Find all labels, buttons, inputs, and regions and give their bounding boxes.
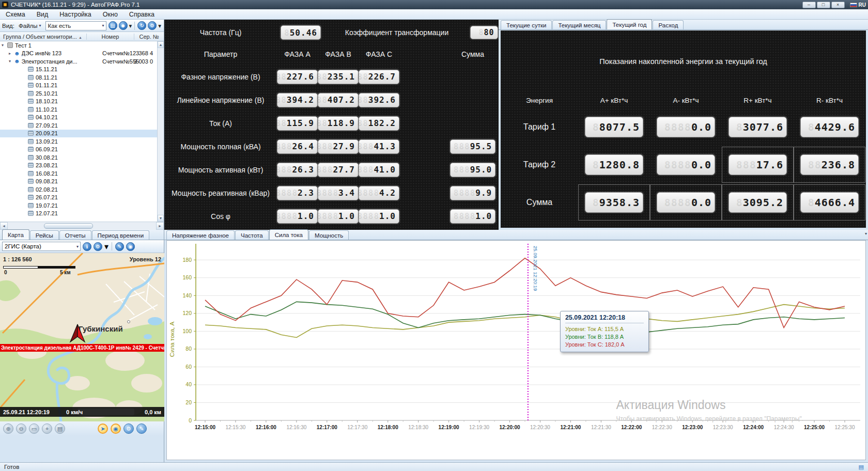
meter-display: 88394.2 (277, 93, 318, 107)
date-row[interactable]: 12.07.21 (0, 210, 157, 218)
more-icon[interactable]: ▾ (129, 22, 132, 29)
date-row[interactable]: 04.10.21 (0, 114, 157, 122)
info-icon[interactable]: ℹ (83, 242, 91, 251)
tab-Частота[interactable]: Частота (235, 230, 269, 240)
current-chart[interactable]: 020406080100120140160180Сила тока, А12:1… (166, 240, 866, 460)
database-icon (28, 171, 34, 176)
zoom-in-icon[interactable]: ⊕ (3, 423, 13, 434)
date-row[interactable]: 08.11.21 (0, 73, 157, 82)
energy-column-header: R- кВт*ч (794, 97, 865, 104)
center-icon[interactable]: ⌖ (42, 423, 52, 434)
date-row[interactable]: 15.11.21 (0, 66, 157, 74)
tab-Текущий год[interactable]: Текущий год (607, 19, 652, 29)
date-row[interactable]: 09.08.21 (0, 178, 157, 186)
date-label: 06.09.21 (36, 146, 58, 152)
language-badge[interactable]: RU (850, 2, 866, 8)
energy-cell: 89358.3 (578, 184, 650, 221)
zoom-out-icon[interactable]: ⊖ (16, 423, 26, 434)
user-icon[interactable]: ☻ (119, 21, 128, 30)
layers-icon[interactable]: ▤ (55, 423, 65, 434)
chart-panel-expander-icon[interactable]: ▾ (865, 231, 867, 236)
tree-root-row[interactable]: ▾Тест 1 (0, 41, 157, 50)
tab-Рейсы[interactable]: Рейсы (30, 230, 59, 240)
tab-Текущие сутки[interactable]: Текущие сутки (501, 20, 552, 29)
scrollbar-thumb[interactable] (44, 223, 93, 229)
tree-horizontal-scrollbar[interactable]: ◄ ► (0, 222, 164, 230)
meter-row: Мощность активная (кВт)88826.388827.7888… (164, 158, 499, 181)
energy-row: Тариф 281280.888880.088817.688236.8 (501, 146, 866, 183)
date-row[interactable]: 13.09.21 (0, 137, 157, 146)
date-row[interactable]: 02.08.21 (0, 185, 157, 194)
date-row[interactable]: 19.07.21 (0, 201, 157, 210)
tab-Расход[interactable]: Расход (653, 20, 684, 29)
minimize-button[interactable]: – (802, 2, 816, 8)
date-row[interactable]: 20.09.21 (0, 130, 157, 138)
energy-display: 84429.6 (800, 117, 859, 137)
close-button[interactable]: × (831, 2, 845, 8)
tab-Карта[interactable]: Карта (2, 229, 29, 240)
date-row[interactable]: 11.10.21 (0, 105, 157, 114)
menu-Настройка[interactable]: Настройка (54, 9, 97, 19)
date-row[interactable]: 27.09.21 (0, 121, 157, 130)
map-view[interactable]: Губкинский Электростанция дизельная АД10… (0, 253, 164, 421)
report-icon[interactable]: ▤ (109, 21, 117, 30)
menu-Вид[interactable]: Вид (31, 9, 54, 19)
tab-Мощность[interactable]: Мощность (309, 230, 349, 240)
database-icon (28, 139, 34, 144)
follow-icon[interactable]: ◉ (111, 423, 121, 434)
maximize-button[interactable]: □ (817, 2, 830, 8)
date-row[interactable]: 30.08.21 (0, 153, 157, 162)
energy-cell: 84666.4 (794, 184, 865, 221)
object-name: ДЭС инв№ 123 (22, 50, 62, 56)
energy-row: Сумма89358.388880.083095.284666.4 (501, 183, 866, 221)
select-area-icon[interactable]: ▭ (29, 423, 39, 434)
tooltip-series-value: Уровни: Ток A: 115,5 А (565, 325, 644, 333)
transform-ratio-label: Коэффициент трансформации (324, 28, 469, 37)
tree-object-row[interactable]: ▸☻ДЭС инв№ 123Счетчик№123368 4 (0, 50, 157, 58)
date-row[interactable]: 25.10.21 (0, 89, 157, 98)
date-row[interactable]: 26.07.21 (0, 194, 157, 202)
date-row[interactable]: 06.09.21 (0, 146, 157, 154)
device-icon: ☻ (14, 51, 20, 56)
transform-ratio-display: 880 (470, 26, 498, 39)
more-icon[interactable]: ▾ (158, 22, 161, 29)
date-row[interactable]: 16.08.21 (0, 169, 157, 178)
date-row[interactable]: 23.08.21 (0, 162, 157, 170)
menu-Справка[interactable]: Справка (123, 9, 160, 19)
tree-object-row[interactable]: ▾☻Электростанция ди...Счетчик№5553 003 0 (0, 57, 157, 66)
menu-Схема[interactable]: Схема (0, 9, 31, 19)
tab-Отчеты[interactable]: Отчеты (59, 230, 91, 240)
track-icon[interactable]: ➤ (98, 423, 108, 434)
more-icon[interactable]: ▾ (104, 242, 109, 252)
date-row[interactable]: 01.11.21 (0, 82, 157, 90)
map-scale-text: 1 : 126 560 (3, 256, 32, 262)
refresh-icon[interactable]: ↻ (137, 21, 146, 30)
map-settings-icon[interactable]: ⚙ (123, 423, 134, 434)
tooltip-datetime: 25.09.2021 12:20:18 (565, 314, 644, 323)
tab-Напряжение фазное[interactable]: Напряжение фазное (166, 230, 235, 240)
expander-icon[interactable]: ▸ (7, 51, 12, 56)
edit-icon[interactable]: ✎ (115, 242, 124, 251)
tab-Период времени[interactable]: Период времени (92, 230, 150, 240)
tab-Сила тока[interactable]: Сила тока (269, 229, 308, 240)
sort-asc-icon: ▲ (79, 36, 82, 39)
files-dropdown[interactable]: Файлы▾ (17, 22, 43, 29)
database-icon (28, 163, 34, 168)
chart-tooltip: 25.09.2021 12:20:18 Уровни: Ток A: 115,5… (560, 311, 649, 352)
date-row[interactable]: 18.10.21 (0, 98, 157, 106)
wrench-icon[interactable]: ⚙ (94, 242, 102, 251)
menu-Окно[interactable]: Окно (97, 9, 123, 19)
expander-icon[interactable]: ▾ (0, 43, 5, 48)
meter-row: Линейное напряжение (В)88394.288407.2883… (164, 88, 499, 112)
tab-Текущий месяц[interactable]: Текущий месяц (552, 20, 606, 29)
svg-text:12:15:00: 12:15:00 (195, 425, 215, 430)
view-mode-combo[interactable]: Как есть▾ (45, 21, 106, 30)
tree-column-headers[interactable]: Группа / Объект монитори... ▲ Номер Сер.… (0, 32, 164, 41)
expander-icon[interactable]: ▾ (7, 59, 12, 64)
settings-icon[interactable]: ⚙ (148, 21, 157, 30)
map-provider-combo[interactable]: 2ГИС (Карта)▾ (2, 242, 81, 251)
draw-icon[interactable]: ✎ (136, 423, 147, 434)
energy-display: 83077.6 (729, 117, 787, 137)
tree-vertical-scrollbar[interactable]: ▲ ▼ (157, 41, 164, 222)
gps-icon[interactable]: ◉ (126, 242, 135, 251)
